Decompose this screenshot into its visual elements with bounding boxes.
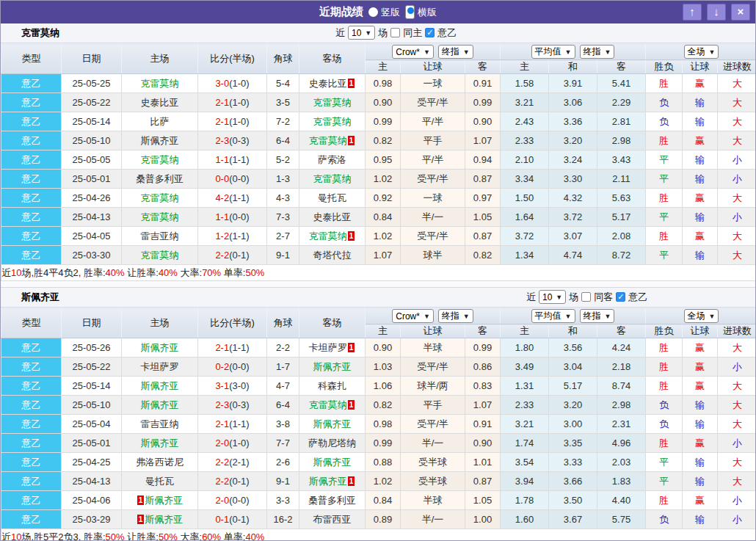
team-link[interactable]: 萨索洛 xyxy=(318,154,346,165)
odds-time-select-1[interactable]: 终指▼ xyxy=(438,309,473,323)
scroll-down-button[interactable]: ↓ xyxy=(707,4,726,21)
team-link[interactable]: 斯佩齐亚 xyxy=(141,135,179,146)
col-handicap-away: 客 xyxy=(465,324,501,338)
europe-odds-cell: 3.54 xyxy=(501,453,549,472)
europe-odds-cell: 3.56 xyxy=(549,338,597,357)
average-select[interactable]: 平均值▼ xyxy=(531,309,575,323)
odds-time-select-2[interactable]: 终指▼ xyxy=(580,45,615,59)
same-venue-checkbox[interactable] xyxy=(581,292,591,302)
team-link[interactable]: 科森扎 xyxy=(318,380,346,391)
bookmaker-select[interactable]: Crow*▼ xyxy=(392,45,434,59)
scroll-up-button[interactable]: ↑ xyxy=(683,4,702,21)
home-team-cell: 史泰比亚 xyxy=(122,93,198,112)
team-link[interactable]: 曼托瓦 xyxy=(145,476,174,487)
team-link[interactable]: 奇塔代拉 xyxy=(313,250,352,261)
team-link[interactable]: 史泰比亚 xyxy=(313,211,352,222)
match-row: 意乙25-04-13曼托瓦2-2(0-1)9-1斯佩齐亚11.02受半球0.87… xyxy=(1,472,756,491)
radio-horizontal-icon[interactable] xyxy=(405,5,415,19)
result-handicap-cell: 输 xyxy=(683,453,718,472)
team-link[interactable]: 史泰比亚 xyxy=(141,97,179,108)
result-handicap-cell: 赢 xyxy=(683,434,718,453)
team-link[interactable]: 克雷莫纳 xyxy=(141,192,179,203)
league-badge: 意乙 xyxy=(1,227,62,246)
col-corner: 角球 xyxy=(267,308,299,338)
home-team-cell: 克雷莫纳 xyxy=(122,208,198,227)
league-filter-checkbox[interactable] xyxy=(425,28,435,37)
team-link[interactable]: 斯佩齐亚 xyxy=(141,342,179,353)
layout-radio-horizontal[interactable]: 横版 xyxy=(405,5,437,19)
team-link[interactable]: 克雷莫纳 xyxy=(309,135,347,146)
league-badge: 意乙 xyxy=(1,131,62,150)
team-link[interactable]: 克雷莫纳 xyxy=(141,211,179,222)
team-link[interactable]: 斯佩齐亚 xyxy=(145,514,183,525)
team-link[interactable]: 桑普多利亚 xyxy=(308,495,356,506)
league-badge: 意乙 xyxy=(1,150,62,170)
result-wdl-cell: 胜 xyxy=(646,377,683,396)
team-link[interactable]: 克雷莫纳 xyxy=(141,78,179,89)
col-handicap-away: 客 xyxy=(465,60,501,74)
section-divider xyxy=(1,281,755,288)
match-date: 25-05-14 xyxy=(62,112,122,131)
europe-odds-cell: 3.06 xyxy=(549,93,597,112)
odds-time-select-1[interactable]: 终指▼ xyxy=(438,45,473,59)
summary-segment: 近 xyxy=(1,267,11,278)
summary-segment: 单率: xyxy=(221,531,245,541)
handicap-odds-cell: 平手 xyxy=(401,396,465,415)
team-link[interactable]: 卡坦萨罗 xyxy=(309,342,347,353)
same-venue-checkbox[interactable] xyxy=(390,28,400,37)
result-goals-cell: 大 xyxy=(718,227,756,246)
handicap-odds-cell: 半球 xyxy=(401,491,465,510)
team-link[interactable]: 克雷莫纳 xyxy=(309,399,347,410)
team-link[interactable]: 克雷莫纳 xyxy=(313,173,352,184)
team-link[interactable]: 弗洛西诺尼 xyxy=(136,457,183,468)
team-link[interactable]: 曼托瓦 xyxy=(318,192,346,203)
odds-time-select-2[interactable]: 终指▼ xyxy=(580,309,615,323)
team-link[interactable]: 克雷莫纳 xyxy=(141,250,179,261)
layout-radio-vertical[interactable]: 竖版 xyxy=(368,6,400,19)
team-link[interactable]: 克雷莫纳 xyxy=(313,116,352,127)
europe-odds-cell: 5.17 xyxy=(549,377,597,396)
corners-cell: 6-4 xyxy=(267,396,299,415)
bookmaker-select[interactable]: Crow*▼ xyxy=(392,309,434,323)
result-goals-cell: 大 xyxy=(718,396,756,415)
league-filter-checkbox[interactable] xyxy=(616,292,625,302)
close-button[interactable]: × xyxy=(731,4,750,21)
score-cell: 1-1(0-0) xyxy=(198,208,267,227)
team-link[interactable]: 斯佩齐亚 xyxy=(141,399,179,410)
team-link[interactable]: 斯佩齐亚 xyxy=(141,380,179,391)
league-badge: 意乙 xyxy=(1,93,62,112)
team-link[interactable]: 桑普多利亚 xyxy=(136,173,183,184)
team-link[interactable]: 斯佩齐亚 xyxy=(141,437,179,449)
period-select[interactable]: 全场▼ xyxy=(684,309,719,323)
team-link[interactable]: 斯佩齐亚 xyxy=(313,418,352,429)
team-link[interactable]: 斯佩齐亚 xyxy=(313,457,352,468)
average-select[interactable]: 平均值▼ xyxy=(531,45,575,59)
team-link[interactable]: 雷吉亚纳 xyxy=(141,418,179,429)
team-link[interactable]: 雷吉亚纳 xyxy=(141,230,179,242)
score-cell: 2-1(1-1) xyxy=(198,415,267,434)
team-link[interactable]: 斯佩齐亚 xyxy=(309,476,347,487)
period-select[interactable]: 全场▼ xyxy=(684,45,719,59)
handicap-odds-cell: 受平/半 xyxy=(401,93,465,112)
handicap-odds-cell: 0.87 xyxy=(465,227,501,246)
team-link[interactable]: 克雷莫纳 xyxy=(141,154,179,165)
radio-vertical-icon[interactable] xyxy=(368,7,378,17)
team-link[interactable]: 克雷莫纳 xyxy=(313,97,352,108)
team-link[interactable]: 萨勒尼塔纳 xyxy=(308,437,356,449)
recent-games-select[interactable]: 10▼ xyxy=(348,26,375,40)
team-link[interactable]: 斯佩齐亚 xyxy=(145,495,183,506)
col-odds-home: 主 xyxy=(501,324,549,338)
recent-games-select[interactable]: 10▼ xyxy=(539,290,566,304)
result-goals-cell: 小 xyxy=(718,510,756,529)
team-link[interactable]: 斯佩齐亚 xyxy=(313,361,352,372)
handicap-odds-cell: 0.84 xyxy=(366,491,401,510)
team-link[interactable]: 克雷莫纳 xyxy=(309,230,347,242)
team-link[interactable]: 史泰比亚 xyxy=(309,78,347,89)
team-link[interactable]: 比萨 xyxy=(150,116,170,127)
col-home: 主场 xyxy=(122,308,198,338)
league-badge: 意乙 xyxy=(1,357,62,377)
team-link[interactable]: 布雷西亚 xyxy=(313,514,352,525)
handicap-odds-cell: 半/一 xyxy=(401,510,465,529)
team-link[interactable]: 卡坦萨罗 xyxy=(141,361,179,372)
handicap-odds-cell: 球半/两 xyxy=(401,377,465,396)
